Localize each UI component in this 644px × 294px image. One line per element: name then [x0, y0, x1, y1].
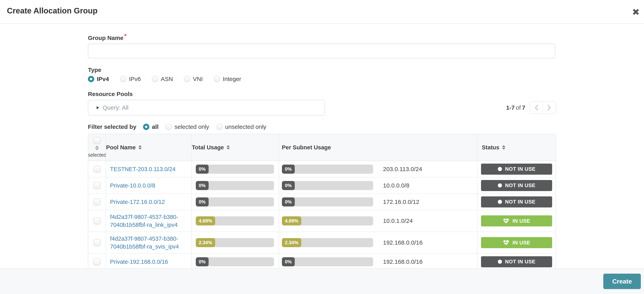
type-field: Type IPv4 IPv6 ASN VNI Integer [88, 66, 556, 82]
query-row: Query: All 1-7of7 [88, 100, 556, 116]
status-label: NOT IN USE [505, 259, 536, 265]
status-badge: NOT IN USE [481, 164, 552, 175]
type-radio-asn[interactable]: ASN [152, 76, 173, 82]
pool-name-link[interactable]: Private-192.168.0.0/16 [106, 255, 171, 268]
radio-icon [120, 76, 126, 82]
status-badge: NOT IN USE [481, 196, 552, 208]
sort-icon[interactable] [502, 145, 505, 150]
subnet-cidr: 192.168.0.0/16 [383, 258, 422, 265]
column-header-total-usage[interactable]: Total Usage [192, 134, 279, 161]
close-icon[interactable]: ✖ [632, 8, 640, 16]
row-checkbox[interactable] [94, 258, 100, 265]
type-label: Type [88, 66, 556, 73]
dot-icon [498, 260, 502, 264]
per-subnet-usage-bar: 0% [282, 257, 373, 266]
type-radio-ipv6[interactable]: IPv6 [120, 76, 141, 82]
total-usage-bar: 4.69% [196, 216, 274, 226]
selected-word: selected [88, 152, 106, 158]
status-badge: IN USE [481, 215, 552, 226]
radio-icon [152, 76, 158, 82]
status-label: IN USE [512, 240, 530, 246]
total-usage-bar: 0% [196, 198, 274, 206]
table-row: Private-192.168.0.0/16 0% 0% 192.168.0.0… [88, 254, 556, 269]
select-all-checkbox[interactable] [94, 137, 100, 144]
pagination-buttons [530, 101, 556, 114]
radio-icon [184, 76, 190, 82]
radio-icon [216, 124, 223, 130]
group-name-label: Group Name* [88, 33, 556, 41]
filter-selected-row: Filter selected by all selected only uns… [88, 124, 556, 130]
per-subnet-usage-bar: 0% [282, 181, 373, 190]
per-subnet-usage-value: 0% [282, 257, 295, 266]
group-name-input[interactable] [88, 44, 555, 58]
column-header-status[interactable]: Status [477, 134, 556, 161]
selected-count: 0 [96, 145, 98, 151]
row-checkbox[interactable] [94, 217, 100, 224]
type-radio-group: IPv4 IPv6 ASN VNI Integer [88, 76, 556, 82]
create-button[interactable]: Create [603, 274, 641, 289]
subnet-cidr: 192.168.0.0/16 [383, 239, 422, 246]
create-allocation-group-modal: Create Allocation Group ✖ Group Name* Ty… [0, 0, 644, 294]
query-text: Query: All [103, 104, 128, 111]
heart-pulse-icon [503, 218, 509, 224]
filter-radio-unselected-only[interactable]: unselected only [216, 124, 266, 130]
subnet-cidr: 172.16.0.0/12 [383, 198, 420, 205]
table-row: f4d2a37f-9807-4537-b380-7040b1b58fbf-ra_… [88, 210, 556, 232]
subnet-cidr: 203.0.113.0/24 [383, 166, 422, 172]
table-body: TESTNET-203.0.113.0/24 0% 0% 203.0.113.0… [88, 161, 556, 269]
pool-name-link[interactable]: f4d2a37f-9807-4537-b380-7040b1b58fbf-ra_… [106, 210, 192, 232]
per-subnet-usage-value: 4.69% [282, 216, 301, 226]
status-label: NOT IN USE [505, 199, 536, 205]
type-radio-integer[interactable]: Integer [214, 76, 241, 82]
query-expander[interactable]: Query: All [88, 100, 325, 116]
select-all-cell: 0 selected [88, 134, 106, 161]
pool-name-link[interactable]: Private-172.16.0.0/12 [106, 195, 168, 209]
total-usage-bar: 0% [196, 257, 274, 266]
sort-icon[interactable] [138, 145, 142, 150]
filter-radio-selected-only[interactable]: selected only [166, 124, 209, 130]
modal-footer: Create [0, 268, 644, 294]
table-row: Private-10.0.0.0/8 0% 0% 10.0.0.0/8 [88, 178, 556, 194]
total-usage-bar: 0% [196, 181, 274, 190]
column-header-pool-name[interactable]: Pool Name [106, 134, 192, 161]
type-radio-vni[interactable]: VNI [184, 76, 203, 82]
resource-pool-table: 0 selected Pool Name Total Usage Per Sub… [88, 134, 556, 269]
row-checkbox[interactable] [94, 182, 100, 189]
prev-page-button[interactable] [530, 102, 543, 114]
next-page-button[interactable] [543, 102, 556, 114]
table-row: TESTNET-203.0.113.0/24 0% 0% 203.0.113.0… [88, 161, 556, 178]
modal-body: Group Name* Type IPv4 IPv6 ASN VNI Integ… [88, 24, 556, 269]
group-name-field: Group Name* [88, 33, 556, 58]
total-usage-bar: 2.34% [196, 238, 274, 247]
per-subnet-usage-bar: 4.69% [282, 216, 373, 226]
total-usage-value: 0% [196, 198, 208, 206]
row-checkbox[interactable] [94, 166, 100, 173]
chevron-left-icon [534, 104, 538, 111]
pool-name-link[interactable]: f4d2a37f-9807-4537-b380-7040b1b58fbf-ra_… [106, 232, 192, 253]
radio-icon [88, 76, 94, 82]
table-header-row: 0 selected Pool Name Total Usage Per Sub… [88, 134, 556, 161]
total-usage-value: 0% [196, 181, 208, 190]
pool-name-link[interactable]: Private-10.0.0.0/8 [106, 179, 158, 192]
required-asterisk: * [124, 33, 126, 39]
per-subnet-usage-bar: 2.34% [282, 238, 373, 247]
status-label: NOT IN USE [505, 166, 536, 172]
total-usage-bar: 0% [196, 164, 274, 174]
per-subnet-usage-value: 0% [282, 198, 295, 206]
filter-radio-group: all selected only unselected only [143, 124, 266, 130]
pool-name-link[interactable]: TESTNET-203.0.113.0/24 [106, 162, 178, 176]
radio-icon [214, 76, 220, 82]
status-badge: NOT IN USE [481, 180, 552, 191]
row-checkbox[interactable] [94, 198, 100, 206]
radio-icon [143, 124, 149, 130]
dot-icon [498, 167, 502, 171]
chevron-right-icon [547, 104, 552, 111]
type-radio-ipv4[interactable]: IPv4 [88, 76, 109, 82]
subnet-cidr: 10.0.1.0/24 [383, 218, 413, 224]
radio-icon [166, 124, 172, 130]
row-checkbox[interactable] [94, 239, 100, 246]
sort-icon[interactable] [226, 145, 230, 150]
table-row: f4d2a37f-9807-4537-b380-7040b1b58fbf-ra_… [88, 232, 556, 254]
filter-radio-all[interactable]: all [143, 124, 158, 130]
pagination-range: 1-7of7 [506, 104, 525, 111]
